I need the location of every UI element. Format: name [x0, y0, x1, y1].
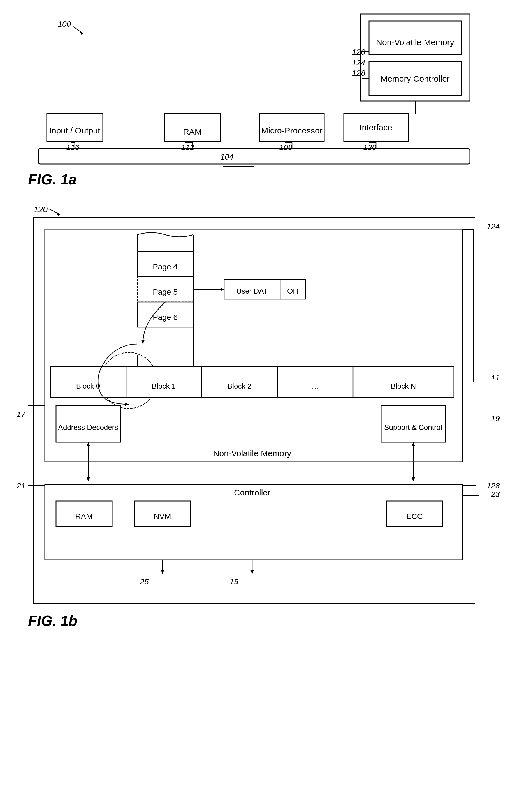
ref-104: 104 [220, 153, 234, 161]
svg-text:Controller: Controller [234, 488, 270, 497]
interface-label: Interface [344, 121, 408, 134]
svg-marker-40 [221, 288, 224, 291]
svg-marker-55 [412, 477, 415, 481]
block2-label: Block 2 [202, 376, 278, 396]
svg-marker-77 [251, 570, 254, 574]
page4-label: Page 4 [137, 259, 193, 275]
ref-108: 108 [279, 143, 293, 152]
ref-23: 23 [491, 490, 500, 499]
ctrl-ecc-label: ECC [387, 507, 443, 526]
svg-marker-75 [161, 570, 164, 574]
ref-17: 17 [17, 410, 26, 419]
fig1b-diagram: Non-Volatile Memory Controller [33, 217, 475, 604]
ref-25: 25 [140, 577, 149, 586]
fig1b-label: FIG. 1b [28, 612, 491, 629]
main-container: 100 [0, 0, 508, 641]
fig1a-section: 100 [17, 11, 491, 188]
microprocessor-label: Micro-Processor [260, 119, 324, 142]
svg-marker-28 [56, 212, 60, 216]
svg-marker-51 [87, 477, 90, 481]
ref-100: 100 [58, 20, 71, 29]
ref-19: 19 [491, 414, 500, 423]
svg-marker-1 [80, 31, 83, 35]
ref-120-b: 120 [34, 205, 48, 214]
svg-marker-63 [125, 402, 129, 406]
ref-112: 112 [181, 143, 195, 152]
fig1a-label: FIG. 1a [28, 171, 491, 188]
block1-label: Block 1 [126, 376, 202, 396]
svg-rect-9 [38, 149, 470, 164]
ref-128-b: 128 [487, 481, 500, 491]
svg-marker-57 [412, 442, 415, 446]
nvm-label: Non-Volatile Memory [369, 30, 462, 55]
svg-text:Non-Volatile Memory: Non-Volatile Memory [213, 449, 291, 458]
ref-130: 130 [364, 143, 377, 152]
ref-15: 15 [230, 577, 239, 586]
fig1b-section: 120 [17, 205, 491, 629]
ref-124-a: 124 [352, 58, 366, 67]
ram-label: RAM [165, 122, 220, 142]
user-dat-label: User DAT [224, 283, 280, 299]
ref-128-a: 128 [352, 69, 366, 78]
svg-marker-64 [141, 340, 144, 344]
memctrl-label: Memory Controller [369, 67, 462, 90]
ctrl-nvm-label: NVM [134, 507, 190, 526]
ref-120-a: 120 [352, 48, 366, 56]
svg-rect-36 [137, 327, 193, 355]
svg-line-27 [49, 209, 60, 215]
fig1b-svg: Non-Volatile Memory Controller [34, 218, 475, 603]
page6-label: Page 6 [137, 309, 193, 326]
addr-dec-label: Address Decoders [56, 413, 121, 442]
support-ctrl-label: Support & Control [381, 413, 446, 442]
ref-21: 21 [17, 481, 26, 491]
block-dots-label: ... [278, 376, 353, 396]
svg-line-0 [74, 27, 83, 34]
oh-label: OH [280, 283, 305, 299]
block0-label: Block 0 [50, 376, 126, 396]
svg-marker-53 [87, 442, 90, 446]
ref-124-b: 124 [487, 222, 500, 231]
ref-11: 11 [491, 374, 500, 382]
page5-label: Page 5 [137, 284, 193, 301]
io-label: Input / Output [47, 119, 103, 142]
blockn-label: Block N [353, 376, 454, 396]
ref-116: 116 [67, 143, 80, 152]
ctrl-ram-label: RAM [56, 507, 112, 526]
